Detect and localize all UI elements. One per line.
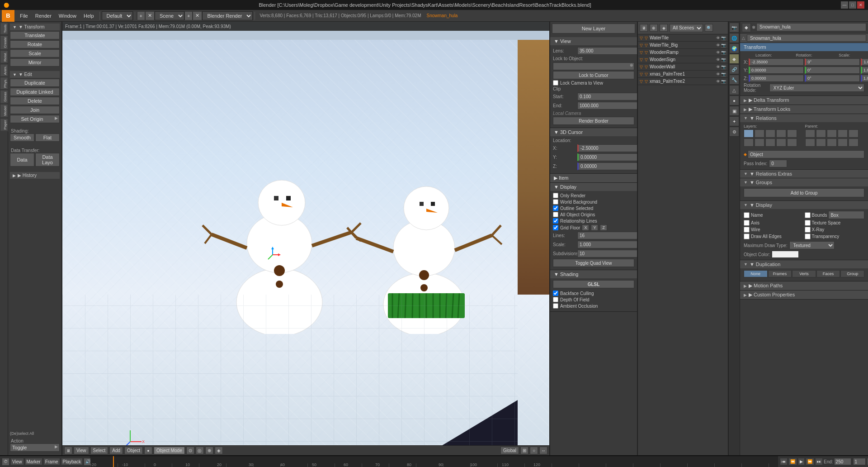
- timeline-editor-icon[interactable]: ⏱: [2, 458, 9, 466]
- rotation-mode-select[interactable]: XYZ Euler: [769, 84, 864, 92]
- shading-section-header[interactable]: ▼ Shading: [550, 270, 637, 278]
- loc-z-input[interactable]: [749, 75, 804, 82]
- scene-render-watertile-big[interactable]: 📷: [721, 43, 726, 48]
- menu-help[interactable]: Help: [80, 12, 98, 19]
- scene-icon-2[interactable]: ⊕: [650, 24, 658, 32]
- translate-button[interactable]: Translate: [10, 31, 60, 39]
- transform-icon[interactable]: ↔: [539, 447, 547, 454]
- smooth-button[interactable]: Smooth: [10, 133, 34, 142]
- props-icon-materials[interactable]: ●: [729, 95, 739, 105]
- render-engine-select[interactable]: Blender Render: [202, 11, 253, 20]
- all-scenes-select[interactable]: All Scenes: [670, 24, 703, 32]
- props-icon-constraints[interactable]: 🔗: [729, 64, 739, 74]
- set-origin-button[interactable]: Set Origin: [10, 115, 60, 123]
- axis-checkbox[interactable]: [744, 220, 750, 226]
- viewport-icon-1[interactable]: ⊙: [186, 447, 194, 454]
- loc-y-input[interactable]: [749, 67, 804, 74]
- data-button[interactable]: Data: [10, 153, 34, 167]
- tab-physics[interactable]: Phys.: [0, 77, 8, 90]
- menu-file[interactable]: File: [16, 12, 32, 19]
- loc-x-input[interactable]: [749, 58, 804, 66]
- props-icon-modifiers[interactable]: 🔧: [729, 75, 739, 85]
- tab-model[interactable]: Model: [0, 104, 8, 118]
- relations-header[interactable]: ▼ ▼ Relations: [740, 114, 868, 122]
- object-color-swatch[interactable]: [772, 251, 799, 258]
- editor-type-select[interactable]: Default: [102, 11, 133, 20]
- tab-relations[interactable]: Relat.: [0, 50, 8, 63]
- lock-camera-checkbox[interactable]: [553, 80, 558, 86]
- add-scene-button[interactable]: +: [137, 11, 145, 20]
- scene-item-woodenramp[interactable]: ▽ ▽ WoodenRamp 👁 📷: [638, 49, 728, 56]
- select-menu-btn[interactable]: Select: [90, 447, 108, 454]
- scene-eye-woodenramp[interactable]: 👁: [716, 50, 720, 55]
- grid-z-button[interactable]: Z: [600, 224, 607, 231]
- item-section-header[interactable]: ▶ Item: [550, 174, 637, 182]
- object-mode-btn[interactable]: Object Mode: [154, 447, 185, 454]
- display-props-header[interactable]: ▼ ▼ Display: [740, 201, 868, 209]
- custom-properties-header[interactable]: ▶ ▶ Custom Properties: [740, 291, 868, 299]
- clip-start-input[interactable]: [577, 93, 637, 100]
- display-section-header[interactable]: ▼ Display: [550, 183, 637, 191]
- timeline-marker-btn[interactable]: Marker: [25, 458, 42, 465]
- parent-layer-10[interactable]: [849, 138, 859, 147]
- tab-grease[interactable]: Greas: [0, 90, 8, 104]
- rotate-button[interactable]: Rotate: [10, 40, 60, 48]
- parent-layer-1[interactable]: [805, 129, 815, 138]
- dup-frames-button[interactable]: Frames: [768, 270, 792, 277]
- props-icon-scene[interactable]: 🌐: [729, 33, 739, 43]
- props-icon-data[interactable]: △: [729, 85, 739, 95]
- view-section-header[interactable]: ▼ View: [550, 37, 637, 45]
- grid-x-button[interactable]: X: [582, 224, 589, 231]
- transform-locks-header[interactable]: ▶ ▶ Transform Locks: [740, 105, 868, 114]
- props-icon-textures[interactable]: ▣: [729, 106, 739, 116]
- scene-eye-woodenwall[interactable]: 👁: [716, 65, 720, 69]
- scale-x-input[interactable]: [861, 58, 868, 66]
- add-menu-btn[interactable]: Add: [109, 447, 123, 454]
- pass-index-input[interactable]: [769, 160, 787, 167]
- delta-transform-header[interactable]: ▶ ▶ Delta Transform: [740, 96, 868, 105]
- prev-frame-btn[interactable]: ⏪: [788, 458, 797, 465]
- lens-input[interactable]: [577, 47, 637, 55]
- next-frame-btn[interactable]: ⏩: [806, 458, 814, 465]
- motion-paths-header[interactable]: ▶ ▶ Motion Paths: [740, 281, 868, 290]
- scene-settings-button[interactable]: ✕: [145, 11, 155, 20]
- data-layo-button[interactable]: Data Layo: [35, 153, 60, 167]
- texture-space-checkbox[interactable]: [805, 220, 811, 226]
- wire-checkbox[interactable]: [744, 227, 750, 233]
- scene-add-button[interactable]: +: [184, 11, 193, 20]
- rot-x-input[interactable]: [805, 58, 860, 66]
- relations-extras-header[interactable]: ▼ ▼ Relations Extras: [740, 170, 868, 178]
- scene-eye-watertile[interactable]: 👁: [716, 36, 720, 40]
- global-pivot-btn[interactable]: Global: [500, 447, 519, 454]
- mesh-name-input[interactable]: [747, 34, 866, 42]
- only-render-checkbox[interactable]: [553, 193, 558, 198]
- transform-props-header[interactable]: Transform: [740, 43, 868, 51]
- timeline-view-btn[interactable]: View: [10, 458, 24, 465]
- bounds-checkbox[interactable]: [805, 212, 811, 218]
- sync-select[interactable]: No Sync: [867, 458, 868, 465]
- close-button[interactable]: ✕: [857, 1, 864, 9]
- scale-input[interactable]: [577, 241, 637, 248]
- dup-none-button[interactable]: None: [744, 270, 768, 277]
- cursor-section-header[interactable]: ▼ 3D Cursor: [550, 128, 637, 136]
- xray-checkbox[interactable]: [805, 227, 811, 233]
- lines-input[interactable]: [577, 232, 637, 239]
- scene-render-watertile[interactable]: 📷: [721, 36, 726, 40]
- scale-button[interactable]: Scale: [10, 49, 60, 57]
- cursor-y-input[interactable]: [577, 153, 637, 161]
- layer-10[interactable]: [787, 138, 797, 147]
- jump-start-btn[interactable]: ⏮: [780, 458, 788, 465]
- layer-7[interactable]: [755, 138, 764, 147]
- play-btn[interactable]: ▶: [798, 458, 805, 465]
- add-group-button[interactable]: Add to Group: [744, 188, 864, 197]
- parent-layer-2[interactable]: [816, 129, 826, 138]
- scene-item-woodensign[interactable]: ▽ ▽ WoodenSign 👁 📷: [638, 56, 728, 63]
- ambient-occlusion-checkbox[interactable]: [553, 303, 558, 309]
- parent-input[interactable]: [748, 150, 864, 158]
- props-icon-render[interactable]: 📷: [729, 23, 739, 33]
- grid-floor-checkbox[interactable]: [553, 225, 558, 230]
- rot-z-input[interactable]: [805, 75, 860, 82]
- history-header[interactable]: ▶ ▶ History: [10, 172, 60, 179]
- scene-render-palmtree2[interactable]: 📷: [721, 79, 726, 84]
- lock-to-cursor-button[interactable]: Lock to Cursor: [553, 71, 634, 79]
